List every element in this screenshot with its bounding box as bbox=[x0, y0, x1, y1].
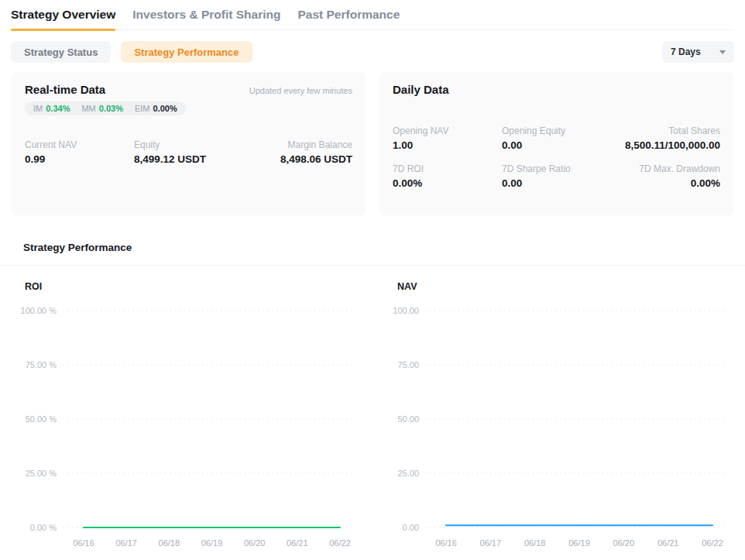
opening-nav-label: Opening NAV bbox=[393, 125, 502, 136]
margin-ratio-badges: IM0.34% MM0.03% EIM0.00% bbox=[25, 101, 186, 115]
x-tick-label: 06/22 bbox=[329, 538, 351, 548]
realtime-card-header: Real-time Data Updated every few minutes bbox=[25, 83, 352, 96]
strategy-performance-heading: Strategy Performance bbox=[11, 242, 734, 253]
nav-chart-svg: 100.0075.0050.0025.000.0006/1606/1706/18… bbox=[385, 298, 733, 554]
x-tick-label: 06/20 bbox=[613, 538, 635, 548]
x-tick-label: 06/18 bbox=[524, 538, 546, 548]
nav-chart-block: NAV 100.0075.0050.0025.000.0006/1606/170… bbox=[385, 281, 733, 554]
subtab-strategy-status[interactable]: Strategy Status bbox=[11, 41, 111, 63]
current-nav-value: 0.99 bbox=[25, 153, 134, 165]
opening-equity-stat: Opening Equity 0.00 bbox=[502, 125, 611, 151]
roi-chart: 100.00 %75.00 %50.00 %25.00 %0.00 %06/16… bbox=[12, 298, 360, 554]
period-dropdown-value: 7 Days bbox=[671, 46, 701, 57]
y-tick-label: 75.00 bbox=[397, 360, 419, 369]
main-tab-bar: Strategy Overview Investors & Profit Sha… bbox=[11, 0, 734, 30]
data-cards-row: Real-time Data Updated every few minutes… bbox=[11, 72, 734, 215]
equity-stat: Equity 8,499.12 USDT bbox=[134, 139, 243, 165]
updated-note: Updated every few minutes bbox=[249, 86, 352, 95]
realtime-stats-row: Current NAV 0.99 Equity 8,499.12 USDT Ma… bbox=[25, 139, 352, 165]
x-tick-label: 06/17 bbox=[480, 538, 502, 548]
eim-label: EIM bbox=[135, 104, 150, 113]
margin-balance-label: Margin Balance bbox=[243, 139, 352, 150]
daily-card-title: Daily Data bbox=[393, 83, 449, 96]
7d-max-drawdown-value: 0.00% bbox=[611, 177, 720, 189]
equity-value: 8,499.12 USDT bbox=[134, 153, 243, 165]
y-tick-label: 25.00 bbox=[397, 469, 419, 478]
opening-nav-stat: Opening NAV 1.00 bbox=[393, 125, 502, 151]
x-tick-label: 06/18 bbox=[159, 538, 180, 548]
roi-chart-title: ROI bbox=[12, 281, 360, 292]
x-tick-label: 06/20 bbox=[244, 538, 266, 548]
7d-roi-stat: 7D ROI 0.00% bbox=[393, 163, 502, 189]
x-tick-label: 06/19 bbox=[568, 538, 590, 548]
im-value: 0.34% bbox=[46, 104, 70, 113]
7d-sharpe-ratio-label: 7D Sharpe Ratio bbox=[502, 163, 611, 174]
tab-strategy-overview[interactable]: Strategy Overview bbox=[11, 5, 115, 29]
y-tick-label: 0.00 bbox=[403, 523, 419, 532]
y-tick-label: 50.00 bbox=[397, 414, 419, 424]
opening-nav-value: 1.00 bbox=[393, 139, 502, 151]
tab-investors-profit-sharing[interactable]: Investors & Profit Sharing bbox=[132, 5, 280, 29]
7d-roi-value: 0.00% bbox=[393, 177, 502, 189]
subtab-strategy-performance[interactable]: Strategy Performance bbox=[121, 41, 252, 63]
7d-roi-label: 7D ROI bbox=[393, 163, 502, 174]
nav-chart-title: NAV bbox=[385, 281, 733, 292]
y-tick-label: 25.00 % bbox=[26, 469, 57, 478]
total-shares-label: Total Shares bbox=[611, 125, 720, 136]
y-tick-label: 100.00 % bbox=[21, 306, 57, 315]
eim-badge: EIM0.00% bbox=[135, 104, 177, 113]
strategy-page: Strategy Overview Investors & Profit Sha… bbox=[0, 0, 745, 554]
y-tick-label: 100.00 bbox=[393, 306, 419, 315]
roi-chart-block: ROI 100.00 %75.00 %50.00 %25.00 %0.00 %0… bbox=[12, 281, 360, 554]
daily-card-header: Daily Data bbox=[393, 83, 720, 96]
nav-chart: 100.0075.0050.0025.000.0006/1606/1706/18… bbox=[385, 298, 733, 554]
total-shares-value: 8,500.11/100,000.00 bbox=[611, 139, 720, 151]
7d-max-drawdown-stat: 7D Max. Drawdown 0.00% bbox=[611, 163, 720, 189]
roi-chart-svg: 100.00 %75.00 %50.00 %25.00 %0.00 %06/16… bbox=[12, 298, 360, 554]
daily-data-card: Daily Data Opening NAV 1.00 Opening Equi… bbox=[379, 72, 734, 215]
realtime-card-title: Real-time Data bbox=[25, 83, 105, 96]
daily-stats-row-2: 7D ROI 0.00% 7D Sharpe Ratio 0.00 7D Max… bbox=[393, 163, 720, 189]
x-tick-label: 06/22 bbox=[702, 538, 723, 548]
x-tick-label: 06/17 bbox=[115, 538, 137, 548]
period-dropdown[interactable]: 7 Days bbox=[662, 41, 734, 63]
im-badge: IM0.34% bbox=[33, 104, 70, 113]
y-tick-label: 0.00 % bbox=[30, 523, 57, 532]
total-shares-stat: Total Shares 8,500.11/100,000.00 bbox=[611, 125, 720, 151]
mm-value: 0.03% bbox=[99, 104, 123, 113]
margin-balance-value: 8,498.06 USDT bbox=[243, 153, 352, 165]
opening-equity-value: 0.00 bbox=[502, 139, 611, 151]
current-nav-stat: Current NAV 0.99 bbox=[25, 139, 134, 165]
7d-max-drawdown-label: 7D Max. Drawdown bbox=[611, 163, 720, 174]
7d-sharpe-ratio-value: 0.00 bbox=[502, 177, 611, 189]
sub-nav: Strategy Status Strategy Performance 7 D… bbox=[11, 41, 734, 63]
x-tick-label: 06/21 bbox=[657, 538, 679, 548]
opening-equity-label: Opening Equity bbox=[502, 125, 611, 136]
mm-label: MM bbox=[81, 104, 95, 113]
equity-label: Equity bbox=[134, 139, 243, 150]
charts-row: ROI 100.00 %75.00 %50.00 %25.00 %0.00 %0… bbox=[11, 281, 734, 554]
margin-balance-stat: Margin Balance 8,498.06 USDT bbox=[243, 139, 352, 165]
y-tick-label: 75.00 % bbox=[26, 360, 57, 369]
chevron-down-icon bbox=[719, 50, 726, 54]
x-tick-label: 06/19 bbox=[201, 538, 223, 548]
x-tick-label: 06/21 bbox=[287, 538, 308, 548]
x-tick-label: 06/16 bbox=[73, 538, 94, 548]
x-tick-label: 06/16 bbox=[435, 538, 457, 548]
im-label: IM bbox=[33, 104, 43, 113]
strategy-performance-section: Strategy Performance ROI 100.00 %75.00 %… bbox=[11, 242, 734, 554]
section-divider bbox=[0, 265, 745, 266]
7d-sharpe-ratio-stat: 7D Sharpe Ratio 0.00 bbox=[502, 163, 611, 189]
realtime-data-card: Real-time Data Updated every few minutes… bbox=[11, 72, 366, 215]
current-nav-label: Current NAV bbox=[25, 139, 134, 150]
eim-value: 0.00% bbox=[153, 104, 177, 113]
mm-badge: MM0.03% bbox=[81, 104, 123, 113]
tab-past-performance[interactable]: Past Performance bbox=[297, 5, 400, 29]
y-tick-label: 50.00 % bbox=[26, 414, 57, 424]
daily-stats-row-1: Opening NAV 1.00 Opening Equity 0.00 Tot… bbox=[393, 125, 720, 151]
